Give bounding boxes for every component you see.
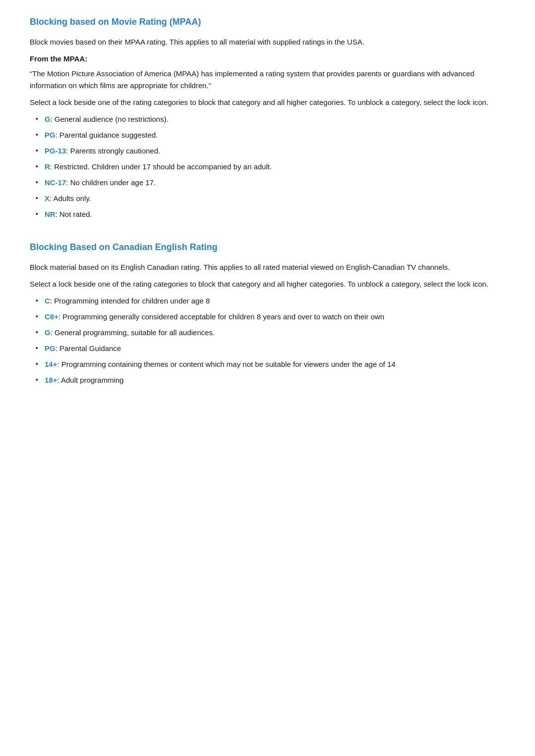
rating-desc-c8: : Programming generally considered accep… (58, 312, 384, 321)
rating-desc-14: : Programming containing themes or conte… (57, 360, 395, 368)
list-item: X: Adults only. (45, 193, 505, 204)
list-item: G: General audience (no restrictions). (45, 113, 505, 125)
mpaa-section: Blocking based on Movie Rating (MPAA) Bl… (30, 15, 505, 220)
canadian-english-section: Blocking Based on Canadian English Ratin… (30, 240, 505, 386)
rating-code-c8: C8+ (45, 312, 58, 321)
mpaa-instruction: Select a lock beside one of the rating c… (30, 97, 505, 108)
list-item: PG: Parental Guidance (45, 343, 505, 354)
rating-code-pg13: PG-13 (45, 147, 66, 155)
list-item: R: Restricted. Children under 17 should … (45, 161, 505, 173)
rating-code-pg: PG (45, 131, 55, 139)
rating-desc-g-ca: : General programming, suitable for all … (51, 328, 215, 337)
rating-code-18: 18+ (45, 376, 57, 384)
list-item: NR: Not rated. (45, 208, 505, 220)
list-item: PG: Parental guidance suggested. (45, 129, 505, 141)
rating-code-r: R (45, 162, 50, 171)
list-item: NC-17: No children under age 17. (45, 177, 505, 189)
rating-desc-c: : Programming intended for children unde… (50, 297, 210, 305)
mpaa-section-title: Blocking based on Movie Rating (MPAA) (30, 15, 505, 29)
canadian-english-section-title: Blocking Based on Canadian English Ratin… (30, 240, 505, 254)
mpaa-quote: “The Motion Picture Association of Ameri… (30, 68, 505, 92)
rating-desc-pg: : Parental guidance suggested. (55, 131, 158, 139)
rating-code-pg-ca: PG (45, 344, 55, 353)
rating-desc-18: : Adult programming (57, 376, 123, 384)
rating-code-x: X (45, 194, 50, 202)
list-item: G: General programming, suitable for all… (45, 327, 505, 339)
mpaa-description: Block movies based on their MPAA rating.… (30, 36, 505, 48)
rating-desc-pg-ca: : Parental Guidance (55, 344, 121, 353)
rating-desc-pg13: : Parents strongly cautioned. (66, 147, 160, 155)
list-item: C8+: Programming generally considered ac… (45, 311, 505, 323)
list-item: 14+: Programming containing themes or co… (45, 358, 505, 370)
canadian-english-description1: Block material based on its English Cana… (30, 261, 505, 273)
rating-code-g-ca: G (45, 328, 51, 337)
rating-code-nr: NR (45, 210, 55, 218)
mpaa-ratings-list: G: General audience (no restrictions). P… (30, 113, 505, 220)
from-mpaa-label: From the MPAA: (30, 53, 505, 65)
list-item: C: Programming intended for children und… (45, 295, 505, 307)
rating-code-c: C (45, 297, 50, 305)
list-item: 18+: Adult programming (45, 374, 505, 386)
rating-desc-r: : Restricted. Children under 17 should b… (50, 162, 272, 171)
rating-desc-g: : General audience (no restrictions). (51, 115, 168, 123)
canadian-english-instruction: Select a lock beside one of the rating c… (30, 278, 505, 290)
rating-code-14: 14+ (45, 360, 57, 368)
rating-desc-nr: : Not rated. (55, 210, 92, 218)
canadian-english-ratings-list: C: Programming intended for children und… (30, 295, 505, 386)
rating-code-g: G (45, 115, 51, 123)
rating-code-nc17: NC-17 (45, 178, 66, 187)
rating-desc-x: : Adults only. (50, 194, 91, 202)
list-item: PG-13: Parents strongly cautioned. (45, 145, 505, 157)
rating-desc-nc17: : No children under age 17. (66, 178, 156, 187)
